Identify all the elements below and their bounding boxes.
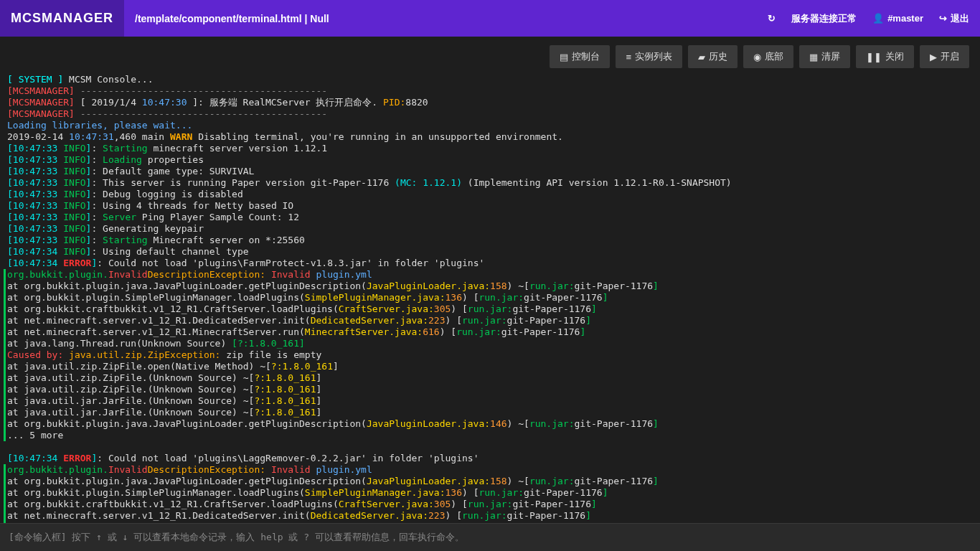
flag-icon: ▰ (698, 52, 705, 62)
console-button[interactable]: ▤控制台 (550, 45, 610, 68)
history-button[interactable]: ▰历史 (688, 45, 738, 68)
pause-icon: ❚❚ (866, 52, 882, 62)
user-icon: 👤 (872, 13, 884, 24)
bottom-button[interactable]: ◉底部 (743, 45, 793, 68)
instances-button[interactable]: ≡实例列表 (616, 45, 682, 68)
user-menu[interactable]: 👤#master (872, 13, 923, 24)
clear-button[interactable]: ▦清屏 (799, 45, 850, 68)
toolbar: ▤控制台 ≡实例列表 ▰历史 ◉底部 ▦清屏 ❚❚关闭 ▶开启 (0, 37, 980, 74)
open-button[interactable]: ▶开启 (920, 45, 969, 68)
command-input[interactable]: [命令输入框] 按下 ↑ 或 ↓ 可以查看本地命令记录，输入 help 或 ? … (0, 523, 980, 551)
grid-icon: ▦ (809, 52, 818, 62)
logo[interactable]: MCSMANAGER (0, 0, 124, 37)
terminal-output[interactable]: [ SYSTEM ] MCSM Console... [MCSMANAGER] … (0, 74, 980, 547)
console-icon: ▤ (560, 52, 568, 62)
server-status[interactable]: 服务器连接正常 (791, 12, 857, 25)
logout-button[interactable]: ↪退出 (939, 12, 969, 25)
play-icon: ▶ (930, 52, 937, 62)
breadcrumb: /template/component/terminal.html | Null (135, 13, 329, 24)
target-icon: ◉ (753, 52, 761, 62)
list-icon: ≡ (626, 52, 631, 62)
top-bar: MCSMANAGER /template/component/terminal.… (0, 0, 980, 37)
close-button[interactable]: ❚❚关闭 (856, 45, 914, 68)
logout-icon: ↪ (939, 13, 947, 24)
refresh-icon[interactable]: ↻ (768, 13, 776, 24)
